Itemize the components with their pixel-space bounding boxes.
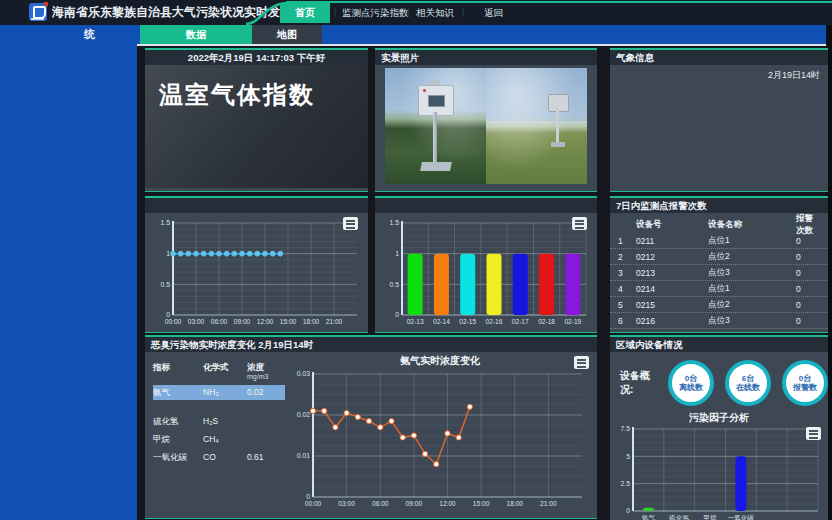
app-logo-icon: [29, 3, 47, 21]
svg-text:2.5: 2.5: [621, 480, 631, 487]
weather-title: 气象信息: [610, 50, 828, 65]
svg-text:02-19: 02-19: [564, 318, 581, 325]
top-navbar: 海南省乐东黎族自治县大气污染状况实时发布系 首页 | 监测点污染指数 | 相关知…: [0, 0, 832, 25]
nav-separator: |: [407, 0, 409, 25]
site-photo-2: [486, 68, 587, 184]
ammonia-chart-wrap: 氨气实时浓度变化 00.010.020.0300:0003:0006:0009:…: [287, 354, 593, 514]
status-chart-header: [145, 198, 368, 213]
svg-text:00:00: 00:00: [305, 500, 322, 507]
svg-text:00:00: 00:00: [164, 318, 181, 325]
odor-table-row[interactable]: 一氧化碳CO0.61: [153, 450, 285, 465]
svg-text:12:00: 12:00: [256, 318, 273, 325]
ammonia-chart-title: 氨气实时浓度变化: [287, 354, 593, 368]
svg-text:1: 1: [166, 250, 170, 257]
alarm-table-row: 10211点位10: [610, 233, 828, 249]
panel-greeting: 2022年2月19日 14:17:03 下午好 温室气体指数: [145, 48, 368, 192]
blue-band: [0, 25, 832, 44]
svg-text:1: 1: [395, 250, 399, 257]
svg-text:7.5: 7.5: [621, 425, 631, 432]
svg-text:甲烷: 甲烷: [703, 514, 717, 520]
panel-daily-chart: 00.511.502-1302-1402-1502-1602-1702-1802…: [375, 196, 597, 333]
chart-menu-icon[interactable]: [574, 356, 589, 369]
tab-map[interactable]: 地图: [252, 25, 322, 44]
nav-separator: |: [334, 0, 336, 25]
tab-data[interactable]: 数据: [140, 25, 252, 44]
greeting-headline: 温室气体指数: [145, 65, 368, 111]
svg-text:02-16: 02-16: [486, 318, 503, 325]
svg-text:09:00: 09:00: [233, 318, 250, 325]
svg-text:09:00: 09:00: [406, 500, 423, 507]
svg-text:21:00: 21:00: [325, 318, 342, 325]
odor-table-row[interactable]: 硫化氢H₂S: [153, 414, 285, 429]
daily-bar-chart: 00.511.502-1302-1402-1502-1602-1702-1802…: [380, 214, 592, 329]
svg-text:0.02: 0.02: [297, 411, 310, 418]
device-overview-label: 设备概况:: [620, 369, 658, 397]
svg-text:06:00: 06:00: [372, 500, 389, 507]
panel-photos: 实景照片: [375, 48, 597, 192]
svg-text:0.03: 0.03: [297, 370, 310, 377]
svg-text:03:00: 03:00: [338, 500, 355, 507]
svg-text:15:00: 15:00: [279, 318, 296, 325]
factor-bar-chart: 02.557.5氨气硫化氢甲烷一氧化碳: [615, 424, 823, 520]
odor-title: 恶臭污染物实时浓度变化 2月19日14时: [145, 337, 597, 352]
svg-text:0.01: 0.01: [297, 452, 310, 459]
nav-item-knowledge[interactable]: 相关知识: [416, 0, 454, 25]
panel-devices: 区域内设备情况 设备概况: 0台离线数6台在线数0台报警数 污染因子分析 02.…: [610, 335, 828, 520]
svg-text:02-13: 02-13: [407, 318, 424, 325]
svg-text:18:00: 18:00: [302, 318, 319, 325]
ammonia-line-chart: 00.010.020.0300:0003:0006:0009:0012:0015…: [287, 368, 591, 511]
site-photo-1: [385, 68, 486, 184]
device-stat-circle: 6台在线数: [725, 360, 771, 406]
chart-menu-icon[interactable]: [343, 217, 358, 230]
odor-table-row[interactable]: 氨气NH₃0.02: [153, 385, 285, 400]
separator-line: [137, 44, 826, 46]
odor-table-header: 指标 化学式 浓度mg/m3: [153, 362, 285, 382]
daily-chart-header: [375, 198, 597, 213]
panel-alarm-table: 7日内监测点报警次数 设备号 设备名称 报警次数 10211点位1020212点…: [610, 196, 828, 333]
svg-text:硫化氢: 硫化氢: [668, 514, 689, 520]
nav-item-pollution-index[interactable]: 监测点污染指数: [342, 0, 409, 25]
alarm-table-title: 7日内监测点报警次数: [610, 198, 828, 213]
svg-text:0: 0: [395, 311, 399, 318]
weather-datetime: 2月19日14时: [610, 65, 828, 86]
alarm-table-body: 10211点位1020212点位2030213点位3040214点位105021…: [610, 233, 828, 329]
chart-menu-icon[interactable]: [806, 427, 821, 440]
panel-status-chart: 00.511.500:0003:0006:0009:0012:0015:0018…: [145, 196, 368, 333]
device-stat-circle: 0台离线数: [668, 360, 714, 406]
nav-separator: |: [462, 0, 464, 25]
app-title-wrapped: 统: [84, 25, 95, 44]
panel-weather: 气象信息 2月19日14时: [610, 48, 828, 192]
left-blue-strip: [0, 44, 137, 520]
device-stat-circles: 0台离线数6台在线数0台报警数: [668, 360, 828, 406]
factor-chart-title: 污染因子分析: [610, 411, 828, 424]
odor-table: 指标 化学式 浓度mg/m3 氨气NH₃0.02硫化氢H₂S甲烷CH₄一氧化碳C…: [153, 362, 285, 465]
svg-text:02-15: 02-15: [459, 318, 476, 325]
svg-text:15:00: 15:00: [473, 500, 490, 507]
greeting-datetime: 2022年2月19日 14:17:03 下午好: [145, 50, 368, 65]
svg-text:一氧化碳: 一氧化碳: [728, 514, 755, 520]
alarm-table-row: 20212点位20: [610, 249, 828, 265]
chart-menu-icon[interactable]: [572, 217, 587, 230]
svg-text:0.5: 0.5: [160, 281, 170, 288]
svg-text:0: 0: [626, 507, 630, 514]
alarm-table-row: 50215点位20: [610, 297, 828, 313]
svg-text:12:00: 12:00: [439, 500, 456, 507]
nav-item-home[interactable]: 首页: [280, 3, 330, 23]
odor-table-body: 氨气NH₃0.02硫化氢H₂S甲烷CH₄一氧化碳CO0.61: [153, 385, 285, 465]
svg-text:21:00: 21:00: [540, 500, 557, 507]
svg-text:1.5: 1.5: [160, 219, 170, 226]
svg-text:06:00: 06:00: [210, 318, 227, 325]
odor-table-row[interactable]: 甲烷CH₄: [153, 432, 285, 447]
alarm-table-row: 60216点位30: [610, 313, 828, 329]
devices-title: 区域内设备情况: [610, 337, 828, 352]
svg-text:0.5: 0.5: [390, 281, 400, 288]
svg-text:18:00: 18:00: [506, 500, 523, 507]
svg-text:02-17: 02-17: [512, 318, 529, 325]
alarm-table-row: 30213点位30: [610, 265, 828, 281]
svg-text:氨气: 氨气: [642, 514, 656, 520]
svg-text:1.5: 1.5: [390, 219, 400, 226]
status-line-chart: 00.511.500:0003:0006:0009:0012:0015:0018…: [151, 214, 363, 329]
alarm-table-row: 40214点位10: [610, 281, 828, 297]
svg-text:02-18: 02-18: [538, 318, 555, 325]
nav-item-back[interactable]: 返回: [484, 0, 503, 25]
